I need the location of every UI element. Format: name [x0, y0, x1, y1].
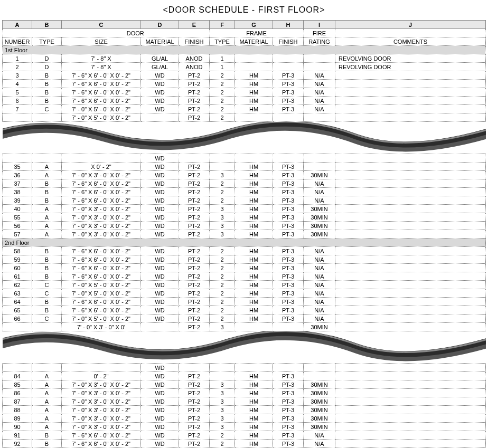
col-letter: E	[179, 21, 210, 29]
cell-material: WD	[141, 281, 179, 289]
cell-frame-finish	[273, 364, 304, 372]
cell-finish: PT-2	[179, 298, 210, 306]
cell-finish: PT-2	[179, 230, 210, 239]
cell-number: 36	[3, 171, 32, 179]
cell-type: B	[32, 196, 62, 205]
cell-frame-type: 2	[210, 314, 235, 323]
cell-size: 7' - 0" X 5' - 0" X 0' - 2"	[62, 314, 141, 323]
cell-number: 6	[3, 97, 32, 105]
cell-frame-finish: PT-3	[273, 289, 304, 298]
cell-frame-finish	[273, 154, 304, 163]
col-letter: I	[304, 21, 335, 29]
cell-frame-finish: PT-3	[273, 314, 304, 323]
cell-material: WD	[141, 71, 179, 80]
cell-comments	[335, 113, 486, 122]
cell-size: 0' - 2"	[62, 372, 141, 380]
cell-material: WD	[141, 163, 179, 171]
cell-size: 7' - 0" X 3' - 0" X 0' - 2"	[62, 414, 141, 423]
table-row: 2D7' - 8" XGL/ALANOD1REVOLVING DOOR	[3, 63, 486, 71]
cell-frame-material: HM	[235, 255, 273, 264]
cell-comments	[335, 255, 486, 264]
cell-frame-type: 3	[210, 389, 235, 397]
cell-material	[141, 113, 179, 122]
cell-comments	[335, 222, 486, 230]
cell-material: WD	[141, 80, 179, 88]
cell-size: 7' - 6" X 6' - 0" X 0' - 2"	[62, 196, 141, 205]
cell-frame-material: HM	[235, 179, 273, 188]
cell-comments	[335, 154, 486, 163]
cell-size: 7' - 0" X 3' - 0" X 0' - 2"	[62, 423, 141, 431]
cell-frame-material: HM	[235, 423, 273, 431]
table-row: 65B7' - 6" X 6' - 0" X 0' - 2"WDPT-22HMP…	[3, 306, 486, 314]
cell-frame-type: 3	[210, 423, 235, 431]
cell-size: 7' - 8" X	[62, 54, 141, 63]
table-row: 40A7' - 0" X 3' - 0" X 0' - 2"WDPT-23HMP…	[3, 205, 486, 213]
cell-comments	[335, 397, 486, 406]
cell-finish: PT-2	[179, 105, 210, 113]
table-row: 4B7' - 6" X 6' - 0" X 0' - 2"WDPT-22HMPT…	[3, 80, 486, 88]
cell-type: B	[32, 431, 62, 440]
table-row: 55A7' - 0" X 3' - 0" X 0' - 2"WDPT-23HMP…	[3, 213, 486, 222]
cell-finish: PT-2	[179, 264, 210, 272]
cell-frame-type: 3	[210, 230, 235, 239]
cell-frame-finish: PT-3	[273, 80, 304, 88]
cell-frame-finish: PT-3	[273, 188, 304, 196]
cell-size: 7' - 0" X 3' - 0" X 0' - 2"	[62, 397, 141, 406]
page-break-wave	[3, 122, 486, 154]
cell-rating: 30MIN	[304, 323, 335, 331]
page-title: <DOOR SCHEDULE - FIRST FLOOR>	[2, 2, 486, 20]
table-row: 64B7' - 6" X 6' - 0" X 0' - 2"WDPT-22HMP…	[3, 298, 486, 306]
table-row: 3B7' - 6" X 6' - 0" X 0' - 2"WDPT-22HMPT…	[3, 71, 486, 80]
cell-number: 62	[3, 281, 32, 289]
cell-material: GL/AL	[141, 54, 179, 63]
cell-material: WD	[141, 272, 179, 281]
cell-finish: PT-2	[179, 71, 210, 80]
cell-frame-type: 2	[210, 431, 235, 440]
cell-finish: PT-2	[179, 196, 210, 205]
cell-comments	[335, 97, 486, 105]
cell-finish: PT-2	[179, 306, 210, 314]
table-row: 66C7' - 0" X 5' - 0" X 0' - 2"WDPT-22HMP…	[3, 314, 486, 323]
cell-frame-type	[210, 154, 235, 163]
cell-finish: PT-2	[179, 423, 210, 431]
cell-frame-material: HM	[235, 97, 273, 105]
cell-number: 86	[3, 389, 32, 397]
cell-comments	[335, 205, 486, 213]
cell-rating: N/A	[304, 298, 335, 306]
cell-frame-type: 3	[210, 323, 235, 331]
cell-comments	[335, 188, 486, 196]
cell-size: 7' - 6" X 6' - 0" X 0' - 2"	[62, 71, 141, 80]
cell-size: 7' - 0" X 3' - 0" X 0' - 2"	[62, 205, 141, 213]
cell-type: D	[32, 63, 62, 71]
cell-finish: PT-2	[179, 406, 210, 414]
cell-frame-material: HM	[235, 71, 273, 80]
cell-material: WD	[141, 171, 179, 179]
cell-type: A	[32, 171, 62, 179]
cell-number: 92	[3, 440, 32, 448]
cell-frame-finish: PT-3	[273, 440, 304, 448]
cell-frame-type: 3	[210, 171, 235, 179]
cell-frame-type: 2	[210, 264, 235, 272]
cell-number: 61	[3, 272, 32, 281]
group-header-row: DOORFRAMEFIRE	[3, 29, 486, 37]
cell-type: B	[32, 88, 62, 97]
header-9: COMMENTS	[335, 37, 486, 46]
cell-rating: N/A	[304, 80, 335, 88]
cell-number: 57	[3, 230, 32, 239]
cell-number: 65	[3, 306, 32, 314]
cell-rating: 30MIN	[304, 380, 335, 389]
cell-frame-type: 2	[210, 71, 235, 80]
cell-type: C	[32, 314, 62, 323]
cell-frame-finish: PT-3	[273, 247, 304, 255]
cell-type: B	[32, 247, 62, 255]
cell-type: A	[32, 230, 62, 239]
cell-comments	[335, 272, 486, 281]
table-row: 86A7' - 0" X 3' - 0" X 0' - 2"WDPT-23HMP…	[3, 389, 486, 397]
cell-frame-finish: PT-3	[273, 213, 304, 222]
cell-frame-type: 2	[210, 179, 235, 188]
cell-type: B	[32, 264, 62, 272]
cell-finish: PT-2	[179, 380, 210, 389]
table-row: 57A7' - 0" X 3' - 0" X 0' - 2"WDPT-23HMP…	[3, 230, 486, 239]
cell-frame-finish: PT-3	[273, 380, 304, 389]
cell-size: 7' - 6" X 6' - 0" X 0' - 2"	[62, 188, 141, 196]
